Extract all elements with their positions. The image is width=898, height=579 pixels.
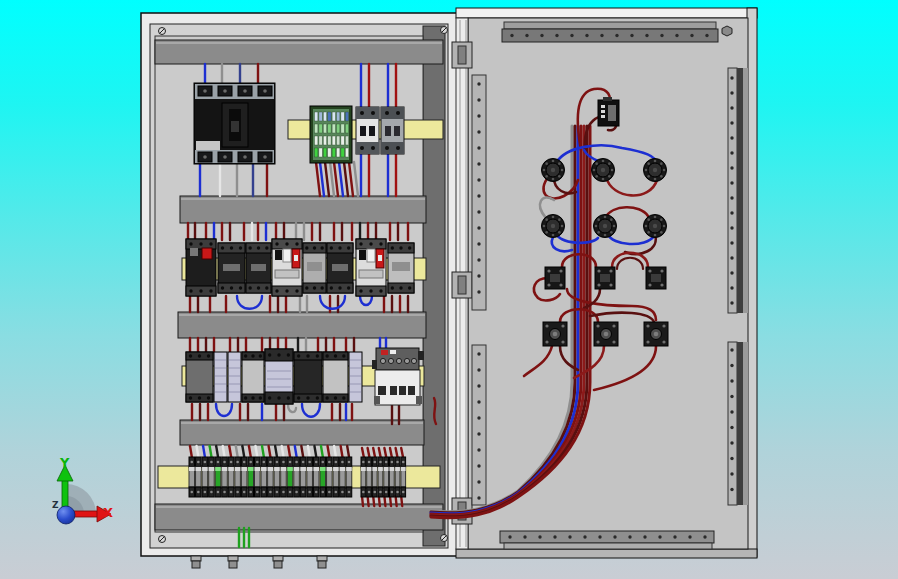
- terminal-block-green[interactable]: [248, 457, 254, 497]
- terminal-block[interactable]: [294, 457, 300, 497]
- contactor[interactable]: [388, 243, 414, 293]
- terminal-block[interactable]: [300, 457, 306, 497]
- relay-module[interactable]: [214, 352, 227, 402]
- terminal-block[interactable]: [372, 457, 377, 497]
- cad-viewport[interactable]: Y X Z: [0, 0, 898, 579]
- contactor[interactable]: [246, 243, 271, 293]
- terminal-block[interactable]: [202, 457, 208, 497]
- terminal-block[interactable]: [346, 457, 352, 497]
- manual-motor-starter[interactable]: [272, 239, 302, 296]
- terminal-block[interactable]: [378, 457, 383, 497]
- terminal-block[interactable]: [228, 457, 234, 497]
- terminal-block[interactable]: [268, 457, 274, 497]
- terminal-block[interactable]: [384, 457, 389, 497]
- stiffener-hole: [477, 464, 480, 467]
- terminal-block[interactable]: [327, 457, 333, 497]
- stiffener-hole: [477, 146, 480, 149]
- cabinet-door[interactable]: [431, 8, 757, 558]
- model-canvas[interactable]: Y X Z: [0, 0, 898, 579]
- stiffener-hole: [730, 136, 733, 139]
- stiffener-hole: [477, 448, 480, 451]
- z-axis-label: Z: [52, 500, 59, 510]
- contactor[interactable]: [186, 352, 213, 402]
- relay-module[interactable]: [349, 352, 362, 402]
- stiffener-hole: [477, 258, 480, 261]
- mccb-label-chip: [196, 141, 220, 150]
- lamp-holder-round[interactable]: [644, 215, 667, 238]
- stiffener-hole: [615, 34, 618, 37]
- cable-gland: [191, 556, 201, 568]
- stiffener-hole: [730, 121, 733, 124]
- contactor[interactable]: [323, 352, 348, 402]
- miniature-breaker[interactable]: [356, 107, 379, 154]
- lamp-holder-round[interactable]: [644, 159, 667, 182]
- contactor[interactable]: [327, 243, 353, 293]
- stiffener-hole: [477, 194, 480, 197]
- terminal-interface-board[interactable]: [310, 106, 352, 163]
- molded-case-circuit-breaker[interactable]: [194, 83, 275, 164]
- terminal-block[interactable]: [241, 457, 247, 497]
- terminal-block[interactable]: [189, 457, 195, 497]
- relay-module[interactable]: [228, 352, 241, 402]
- terminal-block[interactable]: [255, 457, 261, 497]
- x-axis-label: X: [103, 505, 113, 520]
- pushbutton-block-square[interactable]: [543, 322, 567, 346]
- contact-block-square[interactable]: [646, 267, 666, 289]
- relay-socket[interactable]: [372, 348, 424, 405]
- cabinet-enclosure[interactable]: [141, 13, 457, 568]
- terminal-block[interactable]: [274, 457, 280, 497]
- terminal-block[interactable]: [390, 457, 395, 497]
- stiffener-hole: [477, 82, 480, 85]
- motor-protection-breaker[interactable]: [186, 239, 216, 296]
- terminal-block[interactable]: [340, 457, 346, 497]
- terminal-block[interactable]: [333, 457, 339, 497]
- wire-loop[interactable]: [434, 398, 436, 424]
- stiffener-hole: [730, 441, 733, 444]
- lamp-holder-round[interactable]: [542, 215, 565, 238]
- terminal-block[interactable]: [209, 457, 215, 497]
- contact-block-square[interactable]: [545, 267, 565, 289]
- terminal-block[interactable]: [395, 457, 400, 497]
- contactor[interactable]: [242, 352, 264, 402]
- origin-sphere[interactable]: [57, 506, 75, 524]
- terminal-block[interactable]: [196, 457, 202, 497]
- stiffener-hole: [508, 535, 511, 538]
- terminal-block[interactable]: [307, 457, 313, 497]
- terminal-block[interactable]: [261, 457, 267, 497]
- lamp-holder-round[interactable]: [592, 159, 615, 182]
- contactor[interactable]: [303, 243, 326, 293]
- lamp-holder-round[interactable]: [542, 159, 565, 182]
- terminal-block[interactable]: [222, 457, 228, 497]
- contact-block-square[interactable]: [595, 267, 615, 289]
- pushbutton-block-square[interactable]: [644, 322, 668, 346]
- contactor[interactable]: [294, 352, 322, 402]
- stiffener-hole: [730, 379, 733, 382]
- stiffener-hole: [690, 34, 693, 37]
- door-indicator-device[interactable]: [598, 97, 619, 126]
- terminal-block[interactable]: [367, 457, 372, 497]
- pushbutton-block-square[interactable]: [594, 322, 618, 346]
- terminal-block[interactable]: [401, 457, 406, 497]
- contactor[interactable]: [265, 349, 293, 404]
- terminal-strip[interactable]: [189, 457, 406, 497]
- terminal-block-green[interactable]: [287, 457, 293, 497]
- stiffener-hole: [510, 34, 513, 37]
- lamp-holder-round[interactable]: [594, 215, 617, 238]
- terminal-block-green[interactable]: [215, 457, 221, 497]
- contactor[interactable]: [218, 243, 245, 293]
- door-hinge: [452, 272, 472, 298]
- terminal-block[interactable]: [281, 457, 287, 497]
- terminal-block[interactable]: [313, 457, 319, 497]
- stiffener-hole: [477, 274, 480, 277]
- terminal-block[interactable]: [361, 457, 366, 497]
- stiffener-hole: [730, 472, 733, 475]
- stiffener-hole: [477, 226, 480, 229]
- contactor-row-upper[interactable]: [186, 239, 414, 296]
- stiffener-hole: [730, 286, 733, 289]
- terminal-block-green[interactable]: [320, 457, 326, 497]
- contactor-row-lower[interactable]: [186, 349, 362, 404]
- miniature-breaker[interactable]: [381, 107, 404, 154]
- terminal-block[interactable]: [235, 457, 241, 497]
- door-right-stiffener: [728, 68, 737, 313]
- manual-motor-starter[interactable]: [356, 239, 386, 296]
